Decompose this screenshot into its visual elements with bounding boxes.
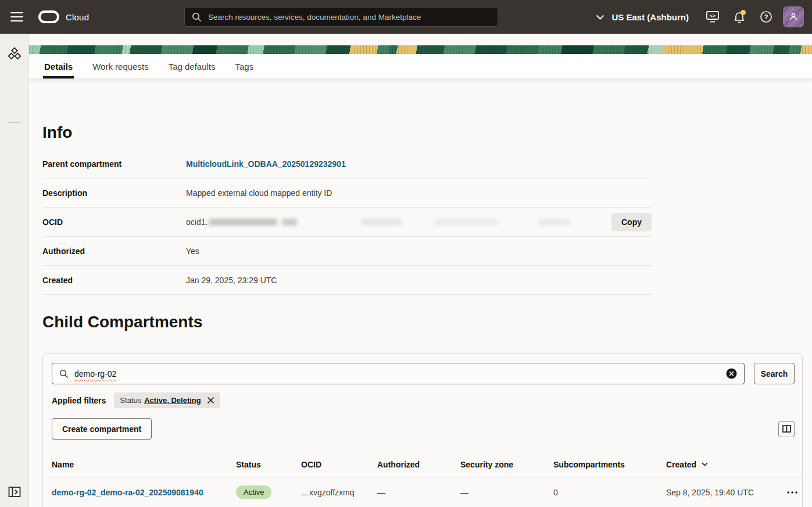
clear-search-button[interactable] (726, 368, 737, 379)
created-label: Created (42, 276, 186, 285)
column-header-authorized[interactable]: Authorized (377, 460, 460, 469)
row-actions-button[interactable] (785, 489, 800, 496)
column-header-status[interactable]: Status (236, 460, 301, 469)
compartments-table: Name Status OCID Authorized Security zon… (43, 452, 802, 507)
brand[interactable]: Cloud (38, 10, 89, 23)
create-compartment-button[interactable]: Create compartment (52, 418, 152, 440)
remove-filter-button[interactable] (207, 397, 214, 404)
main-area: Details Work requests Tag defaults Tags … (29, 34, 812, 507)
tab-tags[interactable]: Tags (235, 54, 254, 78)
row-authorized: — (377, 488, 460, 497)
status-badge: Active (236, 485, 271, 499)
row-ocid: …xvgzoffzxmq (301, 488, 377, 497)
region-selector[interactable]: US East (Ashburn) (596, 12, 689, 22)
ocid-label: OCID (42, 217, 186, 227)
clear-icon (726, 368, 737, 379)
compartments-icon (7, 47, 22, 62)
info-rows: Parent compartment MulticloudLink_ODBAA_… (42, 149, 652, 295)
columns-icon (782, 425, 791, 433)
tab-details[interactable]: Details (44, 54, 73, 78)
row-created: Sep 8, 2025, 19:40 UTC (666, 488, 779, 497)
search-button[interactable]: Search (754, 363, 795, 384)
brand-label: Cloud (66, 12, 89, 22)
cloud-shell-button[interactable]: <> (701, 5, 724, 28)
parent-compartment-label: Parent compartment (42, 159, 186, 169)
rail-divider (8, 122, 22, 123)
close-icon (207, 397, 214, 404)
filter-name: Status (120, 396, 141, 405)
child-search-value: demo-rg-02 (74, 369, 726, 379)
row-subcompartments: 0 (553, 488, 666, 497)
filter-value[interactable]: Active, Deleting (144, 396, 201, 405)
info-row-description: Description Mapped external cloud mapped… (42, 178, 652, 208)
top-navigation-bar: Cloud Search resources, services, docume… (0, 0, 812, 34)
region-label: US East (Ashburn) (611, 12, 689, 22)
details-content: Info Parent compartment MulticloudLink_O… (29, 79, 812, 507)
ocid-redacted (282, 219, 297, 226)
description-value: Mapped external cloud mapped entity ID (186, 188, 652, 198)
manage-columns-button[interactable] (778, 421, 795, 437)
search-row: demo-rg-02 Search (52, 363, 795, 384)
oracle-logo-icon (38, 10, 59, 23)
description-label: Description (42, 188, 186, 198)
created-header-label: Created (666, 460, 696, 469)
column-header-security-zone[interactable]: Security zone (460, 460, 553, 469)
info-row-ocid: OCID ocid1. Copy (42, 208, 652, 237)
copy-ocid-button[interactable]: Copy (611, 213, 652, 231)
expand-panel-button[interactable] (0, 480, 29, 504)
tab-details-label: Details (44, 62, 73, 72)
help-icon: ? (760, 10, 772, 23)
notification-badge (741, 10, 746, 15)
tab-work-requests-label: Work requests (92, 62, 148, 72)
cloud-shell-icon: <> (706, 10, 720, 23)
tab-tags-label: Tags (235, 62, 254, 72)
column-header-name[interactable]: Name (52, 460, 236, 469)
compartment-link[interactable]: demo-rg-02_demo-ra-02_202509081940 (52, 488, 203, 497)
notifications-button[interactable] (728, 5, 751, 28)
ocid-prefix: ocid1. (186, 217, 208, 227)
applied-filters-label: Applied filters (52, 396, 106, 405)
table-header-row: Name Status OCID Authorized Security zon… (43, 452, 802, 477)
sort-descending-icon (702, 462, 708, 466)
search-icon (59, 369, 69, 379)
expand-panel-icon (8, 486, 21, 498)
decorative-banner (29, 45, 812, 54)
ocid-redacted (209, 219, 277, 226)
left-rail (0, 34, 29, 507)
tab-work-requests[interactable]: Work requests (92, 54, 148, 78)
table-row: demo-rg-02_demo-ra-02_202509081940 Activ… (43, 477, 802, 507)
tab-tag-defaults-label: Tag defaults (169, 62, 216, 72)
created-value: Jan 29, 2025, 23:29 UTC (186, 276, 652, 285)
tab-tag-defaults[interactable]: Tag defaults (169, 54, 216, 78)
row-security-zone: — (460, 488, 553, 497)
svg-text:<>: <> (710, 13, 716, 19)
column-header-subcompartments[interactable]: Subcompartments (553, 460, 666, 469)
child-compartments-panel: demo-rg-02 Search Applied filters Status… (42, 354, 803, 507)
parent-compartment-link[interactable]: MulticloudLink_ODBAA_20250129232901 (186, 159, 346, 169)
info-section-title: Info (42, 123, 72, 142)
status-filter-pill[interactable]: Status Active, Deleting (114, 392, 220, 408)
authorized-label: Authorized (42, 247, 186, 256)
compartments-nav-button[interactable] (0, 43, 29, 66)
ocid-redacted (434, 219, 498, 226)
ocid-redacted (538, 219, 570, 226)
search-icon (192, 12, 202, 22)
child-search-input[interactable]: demo-rg-02 (52, 363, 745, 384)
ocid-redacted (361, 219, 402, 226)
column-header-ocid[interactable]: OCID (301, 460, 377, 469)
authorized-value: Yes (186, 247, 652, 256)
user-avatar[interactable] (783, 6, 804, 27)
child-compartments-title: Child Compartments (42, 313, 202, 331)
chevron-down-icon (596, 15, 604, 20)
menu-icon[interactable] (10, 12, 23, 22)
global-search-placeholder: Search resources, services, documentatio… (208, 13, 421, 22)
global-search-input[interactable]: Search resources, services, documentatio… (184, 7, 498, 27)
actions-row: Create compartment (52, 418, 795, 440)
tab-bar: Details Work requests Tag defaults Tags (29, 54, 812, 79)
topbar-actions: US East (Ashburn) <> ? (596, 0, 809, 34)
column-header-created[interactable]: Created (666, 460, 779, 469)
help-button[interactable]: ? (754, 5, 778, 28)
info-row-parent-compartment: Parent compartment MulticloudLink_ODBAA_… (42, 149, 652, 178)
person-icon (788, 12, 799, 22)
info-row-authorized: Authorized Yes (42, 237, 652, 266)
